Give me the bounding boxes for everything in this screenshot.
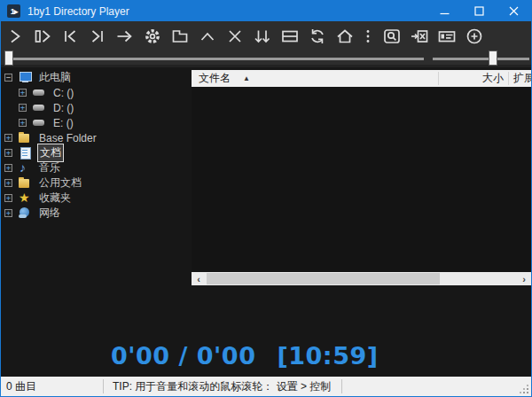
track-count: 0 曲目 (1, 379, 103, 394)
tree-item-favorites[interactable]: + 收藏夹 (1, 191, 190, 206)
tree-item-base-folder[interactable]: + Base Folder (1, 130, 190, 145)
app-window: 1▸ 1by1 Directory Player (0, 0, 532, 397)
minimize-icon (440, 6, 450, 16)
sort-down-button[interactable] (248, 23, 276, 50)
seek-slider-handle[interactable] (4, 51, 13, 66)
previous-icon (60, 27, 80, 46)
tree-item-drive-d[interactable]: + D: () (1, 100, 190, 115)
expand-icon[interactable]: + (19, 89, 27, 97)
tree-item-label: D: () (51, 101, 75, 115)
scroll-right-button[interactable] (517, 272, 531, 285)
add-button[interactable] (460, 23, 488, 50)
chevron-up-icon (198, 27, 217, 46)
tree-item-this-pc[interactable]: − 此电脑 (1, 70, 190, 85)
tree-item-music[interactable]: + 音乐 (1, 160, 190, 175)
scrollbar-thumb[interactable] (207, 273, 440, 284)
tree-item-label: E: () (51, 116, 75, 130)
title-bar[interactable]: 1▸ 1by1 Directory Player (1, 1, 531, 21)
playback-position: 0'00 / 0'00 (111, 342, 255, 370)
refresh-button[interactable] (303, 23, 331, 50)
refresh-icon (308, 27, 327, 46)
forward-arrow-icon (115, 27, 135, 46)
maximize-button[interactable] (462, 1, 497, 21)
expand-icon[interactable]: + (4, 149, 12, 157)
split-view-button[interactable] (276, 23, 303, 50)
music-note-icon (19, 162, 32, 174)
minimize-button[interactable] (427, 1, 462, 21)
expand-icon[interactable]: + (19, 104, 27, 112)
settings-button[interactable] (138, 23, 166, 50)
tree-item-drive-c[interactable]: + C: () (1, 85, 190, 100)
main-content: − 此电脑 + C: () + D: () + E: () + (1, 67, 531, 377)
expand-icon[interactable]: + (4, 194, 12, 202)
tree-item-documents[interactable]: + 文档 (1, 145, 190, 160)
expand-icon[interactable]: + (4, 179, 12, 187)
expand-icon[interactable]: + (4, 134, 12, 142)
network-icon (19, 207, 32, 219)
folder-icon (19, 177, 32, 189)
close-button[interactable] (497, 1, 531, 21)
home-button[interactable] (331, 23, 358, 50)
forward-arrow-button[interactable] (111, 23, 138, 50)
collapse-icon[interactable]: − (4, 74, 12, 82)
folder-icon (19, 132, 32, 144)
collapse-up-button[interactable] (193, 23, 221, 50)
folder-window-button[interactable] (166, 23, 193, 50)
play-button[interactable] (1, 23, 28, 50)
app-icon: 1▸ (7, 4, 20, 18)
drive-icon (33, 102, 46, 113)
resize-grip[interactable] (519, 384, 529, 394)
close-x-button[interactable] (221, 23, 248, 50)
gear-icon (143, 27, 162, 46)
tree-item-label: 网络 (37, 205, 62, 222)
exit-button[interactable] (405, 23, 433, 50)
volume-slider[interactable] (433, 58, 529, 60)
window-title: 1by1 Directory Player (27, 5, 129, 18)
search-button[interactable] (378, 23, 405, 50)
plus-circle-icon (465, 27, 484, 46)
expand-icon[interactable]: + (4, 209, 12, 217)
column-header-filename[interactable]: 文件名 ▲ (192, 71, 438, 86)
slider-row (1, 51, 531, 67)
next-track-button[interactable] (83, 23, 111, 50)
horizontal-scrollbar (192, 272, 531, 285)
x-icon (225, 27, 245, 46)
sort-ascending-icon: ▲ (243, 74, 250, 82)
window-controls (427, 1, 531, 21)
file-list-body[interactable] (192, 87, 531, 272)
document-icon (19, 147, 32, 159)
file-list-panel: 文件名 ▲ 大小 扩展 (192, 70, 531, 285)
close-icon (509, 6, 519, 16)
double-down-arrows-icon (253, 27, 272, 46)
tree-item-label: C: () (51, 86, 75, 100)
drive-icon (33, 117, 46, 128)
column-header-extension[interactable]: 扩展 (509, 71, 531, 86)
file-list-header: 文件名 ▲ 大小 扩展 (192, 70, 531, 87)
home-icon (335, 27, 355, 46)
clock-time: [10:59] (277, 342, 378, 370)
expand-icon[interactable]: + (4, 164, 12, 172)
file-info-button[interactable] (433, 23, 460, 50)
play-pause-icon (33, 27, 52, 46)
expand-icon[interactable]: + (19, 119, 27, 127)
column-header-size[interactable]: 大小 (439, 71, 508, 86)
tree-item-public-documents[interactable]: + 公用文档 (1, 175, 190, 191)
directory-tree: − 此电脑 + C: () + D: () + E: () + (1, 70, 190, 221)
volume-slider-handle[interactable] (489, 51, 497, 66)
tree-item-drive-e[interactable]: + E: () (1, 115, 190, 130)
play-pause-button[interactable] (28, 23, 56, 50)
drive-icon (33, 87, 46, 98)
maximize-icon (474, 6, 484, 16)
seek-slider[interactable] (5, 58, 424, 60)
tree-item-network[interactable]: + 网络 (1, 206, 190, 221)
scroll-left-button[interactable] (192, 272, 206, 285)
file-info-icon (437, 27, 457, 46)
previous-track-button[interactable] (56, 23, 83, 50)
toolbar (1, 21, 531, 51)
statusbar-divider (341, 379, 342, 393)
folder-window-icon (170, 27, 190, 46)
more-options-button[interactable] (358, 23, 378, 50)
status-bar: 0 曲目 TIP: 用于音量和滚动的鼠标滚轮： 设置 > 控制 (1, 377, 531, 396)
vertical-ellipsis-icon (358, 27, 378, 46)
search-icon (382, 27, 402, 46)
